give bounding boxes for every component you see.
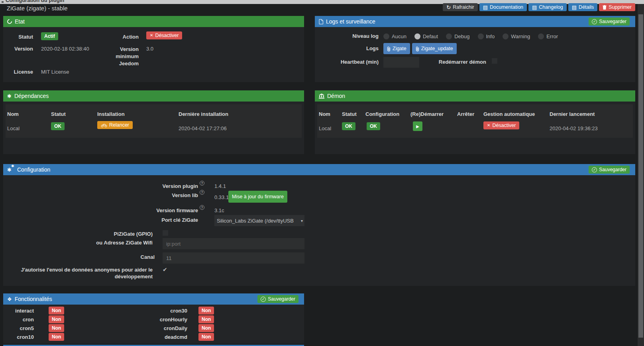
radio-icon — [503, 33, 509, 39]
feature-cron5-label: cron5 — [3, 325, 34, 331]
changelog-button[interactable]: ▤ Changelog — [528, 3, 567, 11]
pizigate-label: PiZiGate (GPIO) — [73, 231, 153, 237]
port-label: Port clé ZiGate — [118, 217, 198, 223]
radio-icon — [538, 33, 544, 39]
dependencies-header: ✱ Dépendances — [3, 90, 304, 102]
daemon-auto-disable-button[interactable]: ✕ Désactiver — [483, 121, 519, 129]
feature-interact-label: interact — [3, 308, 34, 314]
refresh-button[interactable]: ↻ Rafraichir — [443, 3, 477, 11]
restart-daemon-checkbox[interactable] — [492, 58, 497, 64]
dependencies-panel: ✱ Dépendances Nom Statut Installation De… — [3, 90, 304, 154]
disable-plugin-label: Désactiver — [155, 33, 179, 38]
col-arreter: Arrêter — [457, 111, 474, 117]
gears-icon: ✱ ✱ — [7, 166, 14, 173]
col-nom: Nom — [7, 111, 19, 117]
version-firmware-value: 3.1c — [214, 207, 224, 213]
configuration-title: Configuration — [17, 166, 50, 173]
check-circle-icon: ✓ — [592, 167, 597, 172]
details-button[interactable]: ▤ Détails — [568, 3, 598, 11]
version-firmware-label: Version firmware — [118, 207, 198, 213]
canal-label: Canal — [73, 254, 155, 260]
radio-info[interactable]: Info — [478, 33, 495, 39]
log-zigate-button[interactable]: Zigate — [383, 43, 410, 54]
radio-debug[interactable]: Debug — [446, 33, 469, 39]
features-save-button[interactable]: ✓ Sauvegarder — [257, 295, 298, 303]
configuration-save-button[interactable]: ✓ Sauvegarder — [589, 166, 630, 174]
feature-cron5-badge: Non — [49, 324, 64, 332]
log-level-label: Niveau log — [315, 33, 379, 39]
chevron-down-icon: ▾ — [301, 219, 303, 223]
etat-panel: Etat Statut Actif Action ✕ Désactiver Ve… — [3, 16, 304, 82]
dependencies-table — [6, 104, 302, 138]
book-icon: ▤ — [572, 5, 577, 10]
logs-title: Logs et surveillance — [326, 18, 375, 25]
book-icon: ▤ — [483, 5, 488, 10]
scrollbar-thumb[interactable] — [638, 14, 643, 338]
dep-nom: Local — [7, 125, 20, 131]
firmware-update-label: Mise à jour du firmware — [232, 194, 284, 199]
radio-warning[interactable]: Warning — [503, 33, 530, 39]
logs-save-button[interactable]: ✓ Sauvegarder — [589, 18, 630, 25]
pizigate-checkbox[interactable] — [163, 230, 168, 236]
x-icon: ✕ — [487, 123, 490, 127]
radio-icon — [446, 33, 452, 39]
feature-cron10-badge: Non — [49, 333, 64, 341]
log-zigate-update-button[interactable]: Zigate_update — [412, 43, 457, 54]
dep-last-install: 2020-04-02 17:27:06 — [179, 125, 227, 131]
heartbeat-input[interactable] — [383, 57, 419, 68]
disable-plugin-button[interactable]: ✕ Désactiver — [146, 31, 182, 39]
version-plugin-value: 1.4.1 — [214, 183, 226, 189]
configuration-save-label: Sauvegarder — [599, 167, 626, 172]
anonymous-data-checkbox[interactable]: ✔ — [163, 266, 167, 273]
play-icon: ▶ — [416, 124, 419, 129]
dependencies-title: Dépendances — [14, 93, 49, 99]
action-label: Action — [99, 34, 139, 40]
breadcrumb: Configuration du plugin — [6, 0, 644, 3]
features-title: Fonctionnalités — [15, 296, 52, 302]
delete-label: Supprimer — [609, 4, 632, 10]
configuration-header: ✱ ✱ Configuration ✓ Sauvegarder — [3, 164, 635, 175]
bicycle-icon — [101, 123, 107, 127]
feature-interact-badge: Non — [49, 307, 64, 315]
feature-deadcmd-label: deadcmd — [132, 334, 187, 340]
col-configuration: Configuration — [365, 111, 399, 117]
radio-defaut[interactable]: Defaut — [414, 33, 438, 39]
col-redemarrer: (Re)Démarrer — [410, 111, 444, 117]
version-lib-label: Version lib — [118, 192, 198, 198]
heartbeat-label: Heartbeat (min) — [315, 59, 379, 65]
etat-header: Etat — [3, 16, 304, 27]
radio-icon — [478, 33, 484, 39]
license-value: MIT License — [41, 69, 69, 75]
radio-aucun[interactable]: Aucun — [383, 33, 406, 39]
version-label: Version — [3, 46, 33, 52]
daemon-last-launch: 2020-04-02 19:36:23 — [550, 125, 598, 131]
col-dernier-lancement: Dernier lancement — [550, 111, 595, 117]
restart-daemon-label: Redémarrer démon — [434, 59, 486, 65]
daemon-header: Démon — [315, 90, 635, 102]
features-save-label: Sauvegarder — [268, 296, 295, 302]
relaunch-dependencies-button[interactable]: Relancer — [97, 121, 133, 129]
back-icon — [2, 1, 4, 3]
scrollbar-track[interactable] — [638, 4, 644, 346]
status-badge: Actif — [41, 32, 58, 40]
delete-button[interactable]: Supprimer — [599, 3, 635, 11]
firmware-update-button[interactable]: Mise à jour du firmware — [228, 191, 287, 203]
paperclip-icon — [387, 46, 391, 51]
canal-input[interactable] — [163, 252, 304, 264]
radio-error[interactable]: Error — [538, 33, 558, 39]
wifi-address-input[interactable] — [163, 238, 304, 249]
refresh-label: Rafraichir — [453, 4, 474, 10]
col-derniere-installation: Dernière installation — [179, 111, 228, 117]
features-header: ❖ Fonctionnalités ✓ Sauvegarder — [3, 293, 304, 305]
version-min-value: 3.0 — [146, 46, 153, 52]
daemon-start-button[interactable]: ▶ — [413, 121, 422, 131]
version-lib-value: 0.33.1 — [214, 194, 229, 200]
port-select[interactable]: Silicon_Labs ZiGate (/dev/ttyUSB ▾ — [214, 215, 304, 226]
col-installation: Installation — [97, 111, 125, 117]
log-file-buttons: Zigate Zigate_update — [383, 43, 457, 54]
documentation-button[interactable]: ▤ Documentation — [479, 3, 527, 11]
features-panel: ❖ Fonctionnalités ✓ Sauvegarder interact… — [3, 293, 304, 344]
logs-save-label: Sauvegarder — [599, 19, 626, 24]
col-gestion-automatique: Gestion automatique — [483, 111, 535, 117]
license-label: License — [3, 69, 33, 75]
